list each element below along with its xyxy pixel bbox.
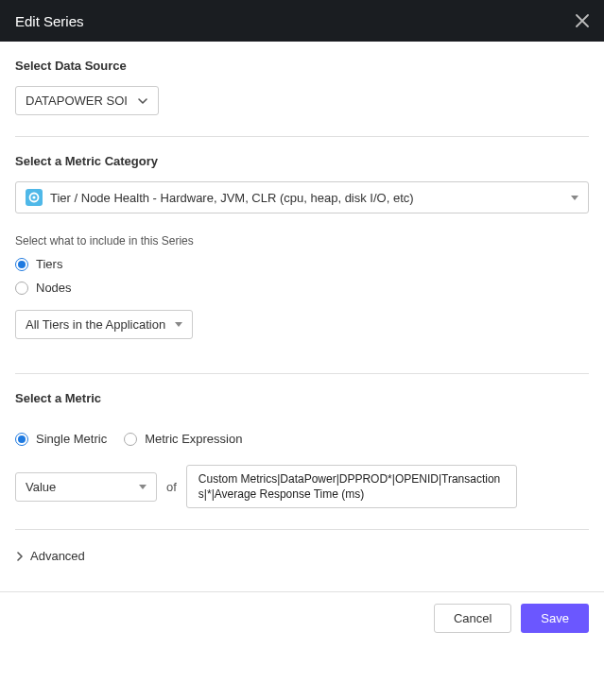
radio-tiers-label: Tiers xyxy=(36,257,62,271)
svg-point-2 xyxy=(32,196,35,198)
radio-single-metric[interactable]: Single Metric xyxy=(15,432,107,446)
radio-metric-expression[interactable]: Metric Expression xyxy=(124,432,242,446)
radio-icon xyxy=(15,258,28,271)
radio-icon xyxy=(124,433,137,446)
radio-icon xyxy=(15,433,28,446)
dialog-header: Edit Series xyxy=(0,0,604,42)
close-button[interactable] xyxy=(576,14,589,27)
series-include-radio-group: Tiers Nodes xyxy=(15,257,589,295)
tiers-scope-value: All Tiers in the Application xyxy=(26,317,165,332)
close-icon xyxy=(576,14,589,27)
triangle-down-icon xyxy=(139,485,147,489)
metric-category-select[interactable]: Tier / Node Health - Hardware, JVM, CLR … xyxy=(15,181,589,213)
metric-row: Value of Custom Metrics|DataPower|DPPROD… xyxy=(15,465,589,508)
aggregation-select[interactable]: Value xyxy=(15,472,157,502)
cancel-button[interactable]: Cancel xyxy=(434,604,511,633)
metric-category-value: Tier / Node Health - Hardware, JVM, CLR … xyxy=(50,191,414,205)
radio-tiers[interactable]: Tiers xyxy=(15,257,589,271)
data-source-value: DATAPOWER SOI xyxy=(26,94,128,108)
metric-path-display[interactable]: Custom Metrics|DataPower|DPPROD*|OPENID|… xyxy=(186,465,517,508)
metric-label: Select a Metric xyxy=(15,391,589,405)
chevron-right-icon xyxy=(15,552,25,561)
metric-category-label: Select a Metric Category xyxy=(15,154,589,168)
metric-path-text: Custom Metrics|DataPower|DPPROD*|OPENID|… xyxy=(198,472,500,501)
metric-category-icon xyxy=(26,189,43,206)
radio-nodes-label: Nodes xyxy=(36,281,72,295)
series-include-label: Select what to include in this Series xyxy=(15,234,589,248)
data-source-select[interactable]: DATAPOWER SOI xyxy=(15,86,159,115)
triangle-down-icon xyxy=(175,322,182,327)
radio-icon xyxy=(15,282,28,295)
chevron-down-icon xyxy=(137,95,148,107)
radio-metric-expression-label: Metric Expression xyxy=(145,432,242,446)
dialog-footer: Cancel Save xyxy=(0,591,604,644)
radio-nodes[interactable]: Nodes xyxy=(15,281,589,295)
aggregation-value: Value xyxy=(26,480,56,494)
divider xyxy=(15,136,589,137)
divider xyxy=(15,373,589,374)
metric-type-radio-group: Single Metric Metric Expression xyxy=(15,432,589,446)
advanced-toggle[interactable]: Advanced xyxy=(15,549,589,563)
data-source-label: Select Data Source xyxy=(15,59,589,73)
save-button[interactable]: Save xyxy=(521,604,589,633)
tiers-scope-select[interactable]: All Tiers in the Application xyxy=(15,310,193,339)
of-label: of xyxy=(166,480,177,494)
triangle-down-icon xyxy=(571,196,578,200)
advanced-label: Advanced xyxy=(30,549,85,563)
radio-single-metric-label: Single Metric xyxy=(36,432,107,446)
divider xyxy=(15,529,589,530)
dialog-title: Edit Series xyxy=(15,13,84,29)
